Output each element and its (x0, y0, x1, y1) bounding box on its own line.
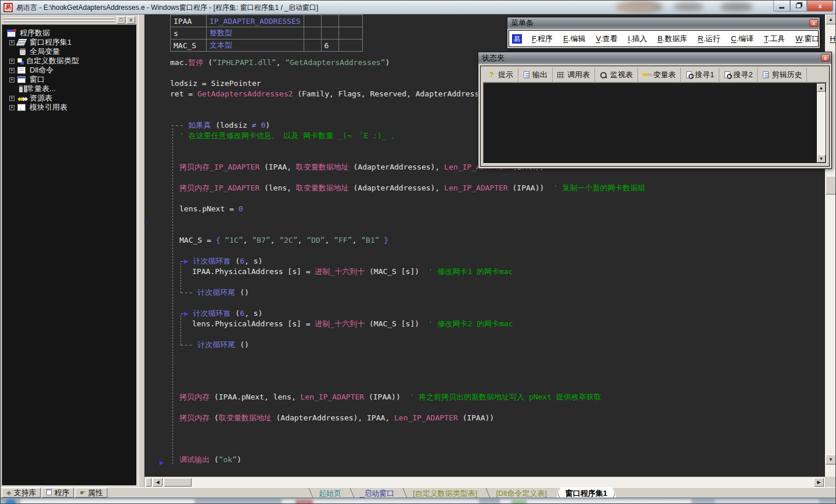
taskbar-item[interactable] (500, 499, 691, 504)
variable-cell[interactable]: 6 (321, 39, 338, 52)
taskbar-item[interactable] (20, 499, 194, 504)
menu-item-w[interactable]: W.窗口 (795, 34, 819, 44)
restore-button[interactable] (790, 1, 807, 12)
sidebar-float-button[interactable]: □ (117, 16, 125, 24)
code-blank-line[interactable] (168, 350, 824, 361)
expand-plus-icon[interactable]: + (9, 105, 15, 110)
menu-item-b[interactable]: B.数据库 (658, 34, 687, 44)
tree-item[interactable]: 全局变量 (6, 47, 136, 56)
code-line[interactable]: lens.pNext = 0 (168, 204, 824, 214)
variable-cell[interactable] (304, 27, 321, 39)
code-line[interactable]: --- 计次循环尾 () (168, 287, 824, 298)
expand-plus-icon[interactable]: + (9, 59, 15, 64)
horizontal-scroll-thumb[interactable] (164, 478, 192, 487)
tree-item[interactable]: 常量表... (6, 84, 136, 93)
status-tab[interactable]: 调用表 (553, 68, 595, 82)
variable-cell[interactable]: 文本型 (207, 39, 304, 52)
expand-plus-icon[interactable]: + (9, 77, 15, 82)
tree-item[interactable]: +窗口 (6, 75, 136, 84)
variable-cell[interactable] (338, 39, 362, 52)
variable-cell[interactable]: 整数型 (207, 27, 304, 39)
code-line[interactable]: 调试输出 (“ok”) (168, 455, 824, 465)
scroll-up-button[interactable]: ▲ (826, 15, 836, 24)
sidebar-grip[interactable] (3, 20, 115, 22)
tool-tab-support-lib[interactable]: ◈支持库 (2, 488, 41, 498)
variable-cell[interactable] (321, 27, 338, 39)
code-blank-line[interactable] (168, 277, 824, 287)
tree-item[interactable]: +自定义数据类型 (6, 56, 136, 66)
variable-cell[interactable]: IPAA (171, 15, 207, 27)
output-content-area[interactable]: ▲ ▼ (483, 82, 827, 164)
menu-item-v[interactable]: V.查看 (596, 34, 617, 44)
tool-tab-program[interactable]: 程序 (42, 488, 74, 498)
sidebar-close-button[interactable]: x (127, 16, 135, 24)
code-blank-line[interactable] (168, 246, 824, 256)
code-line[interactable]: 拷贝内存_IP_ADAPTER (lens, 取变量数据地址 (AdapterA… (168, 183, 824, 193)
code-blank-line[interactable] (168, 371, 824, 381)
menu-item-f[interactable]: F.程序 (532, 34, 553, 44)
start-orb-icon[interactable] (5, 499, 16, 504)
menu-item-h[interactable]: H.帮助 (830, 34, 836, 44)
menu-window-titlebar[interactable]: 菜单条 x (507, 17, 820, 29)
scroll-left-button[interactable]: ◀ (153, 478, 163, 487)
status-window-close-icon[interactable]: x (821, 54, 830, 62)
code-blank-line[interactable] (168, 225, 824, 235)
vertical-scroll-thumb[interactable] (826, 176, 836, 195)
tree-item[interactable]: +Dll命令 (6, 66, 136, 75)
code-blank-line[interactable] (168, 444, 824, 455)
variable-cell[interactable] (338, 27, 362, 39)
code-line[interactable]: IPAA.PhysicalAddress [s] = 进制_十六到十 (MAC_… (168, 267, 824, 277)
expand-plus-icon[interactable]: + (9, 96, 15, 101)
status-tab[interactable]: 搜寻1 (681, 68, 719, 82)
code-line[interactable]: 拷贝内存 (取变量数据地址 (AdapterAddresses), IPAA, … (168, 413, 824, 423)
code-line[interactable]: --- 计次循环尾 () (168, 340, 824, 350)
window-titlebar[interactable]: 易 易语言 - E:\hookGetAdaptersAddresses.e - … (1, 1, 836, 15)
windows-taskbar[interactable] (1, 498, 836, 504)
minimize-button[interactable] (773, 1, 790, 12)
code-blank-line[interactable] (168, 214, 824, 225)
tree-root[interactable]: 程序数据 (6, 28, 136, 38)
document-tab[interactable]: 窗口程序集1 (556, 488, 617, 498)
code-line[interactable]: lens.PhysicalAddress [s] = 进制_十六到十 (MAC_… (168, 319, 824, 329)
code-blank-line[interactable] (168, 172, 824, 183)
code-line[interactable]: MAC_S = { “1C”, “B7”, “2C”, “DD”, “FF”, … (168, 235, 824, 246)
status-vertical-scrollbar[interactable]: ▲ ▼ (817, 84, 826, 163)
close-button[interactable]: x (807, 1, 833, 12)
scroll-down-button[interactable]: ▼ (817, 154, 826, 163)
variable-cell[interactable] (321, 15, 338, 27)
code-blank-line[interactable] (168, 193, 824, 204)
code-blank-line[interactable] (168, 423, 824, 434)
status-tab[interactable]: 输出 (518, 68, 553, 82)
menu-item-c[interactable]: C.编译 (731, 34, 754, 44)
status-tab[interactable]: 监视表 (595, 68, 638, 82)
status-tab[interactable]: 提示 (483, 68, 518, 82)
status-tab[interactable]: 搜寻2 (719, 68, 758, 82)
code-blank-line[interactable] (168, 381, 824, 392)
document-tab[interactable]: 起始页 (309, 488, 351, 498)
menu-item-i[interactable]: I.插入 (628, 34, 647, 44)
hscroll-grip[interactable] (146, 478, 152, 487)
menu-window-close-icon[interactable]: x (809, 19, 818, 27)
menu-item-e[interactable]: E.编辑 (563, 34, 585, 44)
menu-item-r[interactable]: R.运行 (698, 34, 720, 44)
scroll-down-button[interactable]: ▼ (826, 455, 836, 465)
status-tab[interactable]: 变量表 (638, 68, 681, 82)
variable-cell[interactable]: IP_ADAPTER_ADDRESSES (207, 15, 304, 27)
code-line[interactable]: -▶ 计次循环首 (6, s) (168, 308, 824, 319)
tree-item[interactable]: +模块引用表 (6, 103, 136, 112)
menu-item-t[interactable]: T.工具 (764, 34, 785, 44)
code-blank-line[interactable] (168, 298, 824, 308)
tree-item[interactable]: +窗口程序集1 (6, 38, 136, 47)
document-tab[interactable]: [Dll命令定义表] (487, 488, 556, 498)
code-blank-line[interactable] (168, 361, 824, 371)
document-tab[interactable]: [自定义数据类型表] (403, 488, 487, 498)
tool-tab-properties[interactable]: ☛属性 (75, 488, 107, 498)
scroll-up-button[interactable]: ▲ (817, 84, 826, 92)
status-window-titlebar[interactable]: 状态夹 x (478, 52, 831, 64)
document-tab[interactable]: _启动窗口 (351, 488, 403, 498)
variable-cell[interactable]: MAC_S (171, 39, 207, 52)
expand-plus-icon[interactable]: + (9, 68, 15, 73)
variable-cell[interactable] (338, 15, 362, 27)
variable-cell[interactable] (304, 39, 321, 52)
sidebar-grip[interactable] (3, 17, 115, 19)
